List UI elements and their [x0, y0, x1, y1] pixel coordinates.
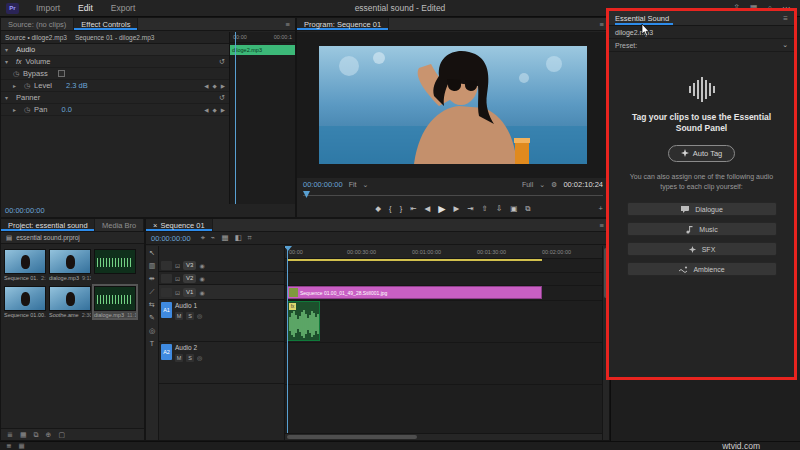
trash-icon[interactable]: ▢	[58, 431, 65, 439]
project-item[interactable]: Sequence 01.2:10:24	[4, 249, 46, 281]
menu-edit[interactable]: Edit	[69, 3, 102, 13]
mic-icon[interactable]: ◎	[197, 312, 202, 320]
lock-icon[interactable]: ⊡	[175, 289, 180, 296]
audio-type-ambience-button[interactable]: Ambience	[627, 262, 777, 276]
timeline-playhead[interactable]	[287, 246, 288, 433]
lift-button[interactable]: ⇧	[482, 204, 488, 213]
mic-icon[interactable]: ◎	[197, 354, 202, 362]
twisty-icon[interactable]: ▾	[5, 94, 12, 101]
audio-clip[interactable]: fx	[287, 301, 320, 341]
es-preset-row[interactable]: Preset: ⌄	[609, 39, 794, 52]
go-to-in-button[interactable]: ⇤	[410, 204, 416, 213]
ec-audio-section[interactable]: ▾ Audio	[1, 44, 229, 56]
project-item-selected[interactable]: dialoge.mp311:17448	[94, 286, 136, 318]
project-item[interactable]	[94, 249, 136, 281]
extract-button[interactable]: ⇩	[496, 204, 502, 213]
ec-keyframe-area[interactable]: 00:00 00:00:1 diloge2.mp3	[229, 32, 295, 204]
video-clip-still[interactable]: Sequence 01.00_01_49_28.Still001.jpg	[287, 286, 542, 299]
ec-playhead[interactable]	[235, 32, 236, 204]
snap-icon[interactable]: ⌁	[211, 233, 216, 243]
step-forward-button[interactable]: ▶	[454, 204, 460, 213]
razor-tool[interactable]: ⟋	[150, 288, 155, 296]
audio-thumbnail[interactable]	[94, 286, 136, 311]
track-header-a2[interactable]: A2 Audio 2 M S ◎	[159, 342, 284, 384]
hand-tool[interactable]: ◎	[149, 327, 155, 335]
stopwatch-icon[interactable]: ◷	[13, 70, 19, 78]
twisty-icon[interactable]: ▾	[5, 58, 12, 65]
ec-panner-effect[interactable]: ▾ Panner ↺	[1, 92, 229, 104]
audio-type-sfx-button[interactable]: SFX	[627, 242, 777, 256]
video-thumbnail[interactable]	[4, 249, 46, 274]
source-patch[interactable]	[161, 261, 172, 270]
tab-effect-controls[interactable]: Effect Controls	[74, 18, 138, 30]
mute-button[interactable]: M	[175, 312, 183, 320]
video-thumbnail[interactable]	[49, 249, 91, 274]
program-scrubber[interactable]	[303, 191, 603, 200]
ripple-edit-tool[interactable]: ⇹	[149, 275, 155, 283]
reset-effect-icon[interactable]: ↺	[219, 57, 225, 66]
new-bin-icon[interactable]: ⧉	[34, 431, 39, 439]
resolution-select[interactable]: Full	[522, 181, 533, 188]
stopwatch-icon[interactable]: ◷	[24, 106, 30, 114]
status-left-icon[interactable]: ▦	[18, 442, 24, 450]
tab-sequence[interactable]: × Sequence 01	[146, 219, 213, 231]
prev-keyframe-icon[interactable]: ◀	[204, 83, 208, 89]
ec-level-value[interactable]: 2.3 dB	[66, 81, 88, 90]
project-item[interactable]: Soothe.ame2:30:37809	[49, 286, 91, 318]
track-header-v3[interactable]: ⊡ V3 ◉	[159, 259, 284, 272]
tab-source-monitor[interactable]: Source: (no clips)	[1, 18, 74, 30]
twisty-icon[interactable]: ▾	[5, 46, 12, 53]
play-button[interactable]: ▶	[438, 203, 445, 214]
next-keyframe-icon[interactable]: ▶	[221, 107, 225, 113]
go-to-out-button[interactable]: ⇥	[467, 204, 473, 213]
source-patch-a2[interactable]: A2	[161, 344, 172, 360]
new-item-icon[interactable]: ⊕	[46, 431, 52, 439]
project-item[interactable]: Sequence 01.00...2:10:24	[4, 286, 46, 318]
audio-type-music-button[interactable]: Music	[627, 222, 777, 236]
track-target-v2[interactable]: V2	[183, 274, 196, 283]
selection-tool[interactable]: ↖	[149, 249, 155, 257]
tab-essential-sound[interactable]: Essential Sound	[615, 11, 673, 25]
add-marker-icon[interactable]: ◧	[234, 233, 241, 243]
settings-icon[interactable]: ⚙	[551, 181, 557, 189]
solo-button[interactable]: S	[186, 354, 194, 362]
menu-import[interactable]: Import	[27, 3, 69, 13]
track-target-v1[interactable]: V1	[183, 288, 196, 297]
source-patch[interactable]	[161, 288, 172, 297]
icon-view-icon[interactable]: ▦	[20, 431, 27, 439]
comparison-view-button[interactable]: ⧉	[525, 204, 530, 214]
mute-button[interactable]: M	[175, 354, 183, 362]
video-thumbnail[interactable]	[4, 286, 46, 311]
lock-icon[interactable]: ⊡	[175, 262, 180, 269]
track-header-v2[interactable]: ⊡ V2 ◉	[159, 272, 284, 285]
step-back-button[interactable]: ◀	[424, 204, 430, 213]
tab-media-browser[interactable]: Media Bro	[95, 219, 144, 231]
insert-overwrite-icon[interactable]: ⌖	[201, 233, 205, 243]
ec-source-clip-label[interactable]: Source • diloge2.mp3	[5, 34, 67, 41]
program-current-timecode[interactable]: 00:00:00:00	[303, 180, 343, 189]
ec-timecode[interactable]: 00:00:00:00	[5, 206, 45, 215]
twisty-icon[interactable]: ▸	[13, 82, 20, 89]
add-marker-button[interactable]: ◆	[375, 204, 381, 213]
linked-selection-icon[interactable]: ▦	[221, 233, 228, 243]
eye-icon[interactable]: ◉	[199, 289, 204, 296]
panel-menu-icon[interactable]: ≡	[783, 14, 788, 23]
lock-icon[interactable]: ⊡	[175, 275, 180, 282]
track-target-v3[interactable]: V3	[183, 261, 196, 270]
type-tool[interactable]: T	[150, 340, 154, 347]
track-header-v1[interactable]: ⊡ V1 ◉	[159, 285, 284, 300]
track-header-a1[interactable]: A1 Audio 1 M S ◎	[159, 300, 284, 342]
ec-volume-effect[interactable]: ▾ fx Volume ↺	[1, 56, 229, 68]
auto-tag-button[interactable]: Auto Tag	[668, 145, 735, 162]
playhead-caret[interactable]	[285, 246, 292, 255]
track-name-audio1[interactable]: Audio 1	[175, 302, 282, 309]
timeline-timecode[interactable]: 00:00:00:00	[151, 234, 191, 243]
chevron-down-icon[interactable]: ⌄	[539, 181, 545, 189]
eye-icon[interactable]: ◉	[199, 262, 204, 269]
status-left-icon[interactable]: ≣	[6, 442, 11, 450]
pen-tool[interactable]: ✎	[149, 314, 155, 322]
reset-effect-icon[interactable]: ↺	[219, 93, 225, 102]
next-keyframe-icon[interactable]: ▶	[221, 83, 225, 89]
track-name-audio2[interactable]: Audio 2	[175, 344, 282, 351]
source-patch-a1[interactable]: A1	[161, 302, 172, 318]
